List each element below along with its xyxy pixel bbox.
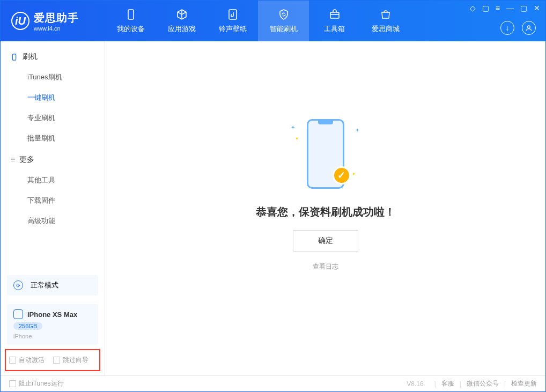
device-type: iPhone bbox=[13, 333, 92, 339]
cube-icon bbox=[175, 8, 188, 21]
nav-label: 工具箱 bbox=[324, 24, 345, 34]
music-file-icon bbox=[226, 8, 239, 21]
sidebar: 刷机 iTunes刷机 一键刷机 专业刷机 批量刷机 ≡ 更多 其他工具 下载固… bbox=[1, 41, 105, 375]
sidebar-group-label: 刷机 bbox=[23, 52, 38, 62]
sparkle-icon: • bbox=[296, 135, 298, 143]
app-title: 爱思助手 bbox=[34, 11, 79, 25]
menu-icon[interactable]: ≡ bbox=[496, 4, 500, 12]
checkbox-icon bbox=[9, 357, 16, 364]
sidebar-group-label: 更多 bbox=[19, 155, 34, 165]
device-info-box[interactable]: iPhone XS Max 256GB iPhone bbox=[7, 304, 98, 345]
phone-icon bbox=[124, 8, 137, 21]
version-label: V8.16 bbox=[407, 380, 423, 388]
maximize-button[interactable]: ▢ bbox=[520, 4, 527, 12]
check-badge-icon: ✓ bbox=[333, 166, 351, 184]
sidebar-group-flash: 刷机 bbox=[1, 46, 105, 67]
nav-tab-ringtones[interactable]: 铃声壁纸 bbox=[207, 1, 258, 41]
download-icon[interactable]: ↓ bbox=[500, 21, 514, 35]
body-area: 刷机 iTunes刷机 一键刷机 专业刷机 批量刷机 ≡ 更多 其他工具 下载固… bbox=[1, 41, 545, 375]
app-window: iU 爱思助手 www.i4.cn 我的设备 应用游戏 铃声壁纸 智能刷机 bbox=[0, 0, 546, 392]
refresh-shield-icon bbox=[277, 8, 290, 21]
skip-guide-checkbox[interactable]: 跳过向导 bbox=[53, 356, 88, 365]
shop-icon bbox=[379, 8, 392, 21]
device-mode-box[interactable]: ⟳ 正常模式 bbox=[7, 275, 98, 295]
logo-text: 爱思助手 www.i4.cn bbox=[34, 11, 79, 32]
footer-link-update[interactable]: 检查更新 bbox=[511, 379, 537, 388]
device-icon bbox=[13, 309, 23, 319]
footer-link-support[interactable]: 客服 bbox=[441, 379, 454, 388]
nav-tabs: 我的设备 应用游戏 铃声壁纸 智能刷机 工具箱 爱思商城 bbox=[105, 1, 411, 41]
highlighted-options: 自动激活 跳过向导 bbox=[5, 349, 100, 371]
sparkle-icon: • bbox=[352, 171, 355, 178]
sidebar-item-itunes-flash[interactable]: iTunes刷机 bbox=[1, 67, 105, 87]
svg-rect-1 bbox=[229, 10, 237, 19]
close-button[interactable]: ✕ bbox=[534, 4, 540, 12]
device-mode-label: 正常模式 bbox=[31, 280, 58, 290]
nav-label: 应用游戏 bbox=[168, 24, 196, 34]
checkbox-icon bbox=[53, 357, 60, 364]
sidebar-item-download-fw[interactable]: 下载固件 bbox=[1, 190, 105, 211]
success-illustration: ✦ • ✦ • ✓ bbox=[280, 114, 371, 194]
toolbox-icon bbox=[328, 8, 341, 21]
view-log-link[interactable]: 查看日志 bbox=[313, 262, 338, 271]
app-subtitle: www.i4.cn bbox=[34, 25, 79, 32]
device-name: iPhone XS Max bbox=[27, 310, 77, 319]
checkbox-label: 自动激活 bbox=[19, 356, 45, 365]
sidebar-item-oneclick-flash[interactable]: 一键刷机 bbox=[1, 87, 105, 108]
feedback-icon[interactable]: ▢ bbox=[482, 4, 489, 12]
storage-badge: 256GB bbox=[13, 322, 42, 330]
main-content: ✦ • ✦ • ✓ 恭喜您，保资料刷机成功啦！ 确定 查看日志 bbox=[105, 41, 545, 375]
footer: 阻止iTunes运行 V8.16 | 客服 | 微信公众号 | 检查更新 bbox=[1, 375, 545, 391]
sparkle-icon: ✦ bbox=[291, 124, 295, 130]
footer-link-wechat[interactable]: 微信公众号 bbox=[467, 379, 499, 388]
svg-rect-0 bbox=[128, 10, 134, 19]
sidebar-item-pro-flash[interactable]: 专业刷机 bbox=[1, 108, 105, 128]
auto-activate-checkbox[interactable]: 自动激活 bbox=[9, 356, 45, 365]
user-icon[interactable] bbox=[522, 21, 536, 35]
nav-label: 爱思商城 bbox=[372, 24, 400, 34]
nav-label: 智能刷机 bbox=[270, 24, 298, 34]
svg-rect-2 bbox=[330, 12, 339, 18]
device-outline-icon bbox=[10, 53, 18, 61]
nav-tab-device[interactable]: 我的设备 bbox=[105, 1, 156, 41]
svg-rect-4 bbox=[12, 54, 16, 60]
svg-point-3 bbox=[528, 26, 530, 28]
header-right-icons: ↓ bbox=[500, 21, 536, 35]
sidebar-item-batch-flash[interactable]: 批量刷机 bbox=[1, 128, 105, 149]
separator: | bbox=[434, 380, 436, 388]
sidebar-item-advanced[interactable]: 高级功能 bbox=[1, 211, 105, 231]
success-message: 恭喜您，保资料刷机成功啦！ bbox=[256, 205, 395, 219]
checkbox-label: 跳过向导 bbox=[63, 356, 88, 365]
logo-icon: iU bbox=[11, 12, 29, 30]
header: iU 爱思助手 www.i4.cn 我的设备 应用游戏 铃声壁纸 智能刷机 bbox=[1, 1, 545, 41]
logo-area: iU 爱思助手 www.i4.cn bbox=[1, 11, 105, 32]
shirt-icon[interactable]: ◇ bbox=[470, 4, 476, 12]
mode-icon: ⟳ bbox=[13, 280, 23, 290]
checkbox-label: 阻止iTunes运行 bbox=[19, 379, 64, 388]
window-controls: ◇ ▢ ≡ — ▢ ✕ bbox=[470, 4, 540, 12]
nav-tab-shop[interactable]: 爱思商城 bbox=[360, 1, 411, 41]
nav-tab-apps[interactable]: 应用游戏 bbox=[156, 1, 207, 41]
footer-right: V8.16 | 客服 | 微信公众号 | 检查更新 bbox=[407, 379, 537, 388]
device-name-row: iPhone XS Max bbox=[13, 309, 92, 319]
sidebar-item-other-tools[interactable]: 其他工具 bbox=[1, 170, 105, 190]
nav-label: 我的设备 bbox=[117, 24, 145, 34]
sidebar-group-more: ≡ 更多 bbox=[1, 149, 105, 170]
stop-itunes-checkbox[interactable]: 阻止iTunes运行 bbox=[9, 379, 64, 388]
separator: | bbox=[460, 380, 461, 388]
checkbox-icon bbox=[9, 380, 16, 387]
minimize-button[interactable]: — bbox=[506, 4, 514, 12]
separator: | bbox=[504, 380, 506, 388]
nav-tab-toolbox[interactable]: 工具箱 bbox=[309, 1, 360, 41]
sparkle-icon: ✦ bbox=[355, 127, 359, 133]
ok-button[interactable]: 确定 bbox=[293, 230, 358, 252]
nav-label: 铃声壁纸 bbox=[219, 24, 247, 34]
more-icon: ≡ bbox=[10, 155, 15, 165]
nav-tab-flash[interactable]: 智能刷机 bbox=[258, 1, 309, 41]
